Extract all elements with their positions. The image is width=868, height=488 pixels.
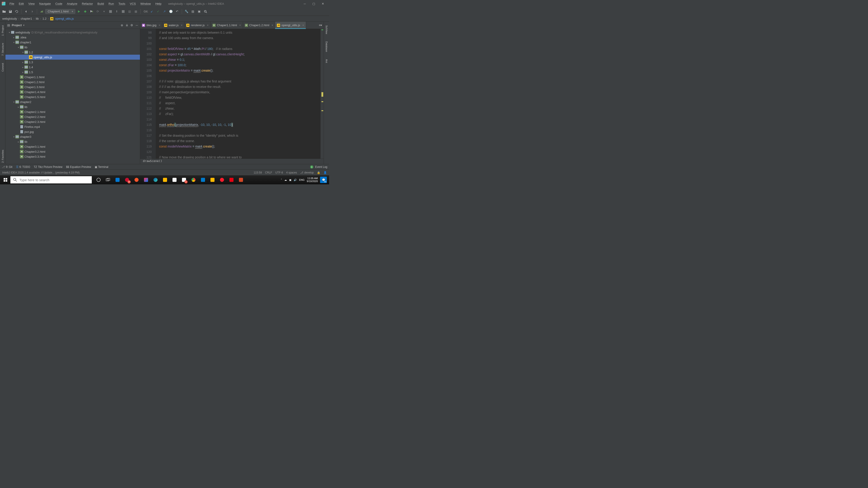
close-tab-icon[interactable]: × xyxy=(181,24,182,27)
app-opera[interactable] xyxy=(217,175,226,184)
tree-node-chapter3-3-html[interactable]: HChapter3.3.html xyxy=(5,154,140,159)
start-button[interactable] xyxy=(1,175,10,184)
minimize-button[interactable]: ─ xyxy=(300,0,309,7)
editor-breadcrumb[interactable]: drawScene() xyxy=(140,159,324,164)
tool-ant[interactable]: Ant xyxy=(325,58,329,64)
tab-chaper1-1-html[interactable]: HChaper1.1.html× xyxy=(211,22,243,29)
tree-node-1-5[interactable]: ▸1.5 xyxy=(5,70,140,74)
app-edge[interactable] xyxy=(151,175,160,184)
tab-renderer-js[interactable]: JSrenderer.js× xyxy=(184,22,211,29)
layout-icon[interactable]: ▥ xyxy=(127,9,132,14)
run-config-select[interactable]: Chapter4.1.html xyxy=(45,9,75,14)
tree-node-lib[interactable]: ▾lib xyxy=(5,45,140,50)
tool-database[interactable]: Database xyxy=(325,40,329,53)
app-notes[interactable] xyxy=(208,175,217,184)
tree-node-pvz-jpg[interactable]: pvz.jpg xyxy=(5,129,140,134)
app-explorer[interactable] xyxy=(160,175,169,184)
crumb-1-2[interactable]: 1.2 xyxy=(42,17,46,20)
tab-chaper1-2-html[interactable]: HChaper1.2.html× xyxy=(243,22,275,29)
tray-cloud-icon[interactable]: ☁ xyxy=(284,178,287,182)
tree-node-chapter3-2-html[interactable]: HChapter3.2.html xyxy=(5,149,140,154)
event-log[interactable]: 1Event Log xyxy=(310,165,327,168)
tool-git[interactable]: ⎇9: Git xyxy=(2,165,12,168)
gear-icon[interactable]: ⚙ xyxy=(130,24,133,27)
tree-node-lib[interactable]: ▸lib xyxy=(5,104,140,109)
menu-file[interactable]: File xyxy=(7,1,17,6)
menu-window[interactable]: Window xyxy=(138,1,153,6)
app-intellij[interactable] xyxy=(142,175,151,184)
editor-scrollbar[interactable] xyxy=(320,29,324,159)
attach-icon[interactable]: ▾ xyxy=(101,9,107,14)
menu-navigate[interactable]: Navigate xyxy=(37,1,53,6)
tree-node-1-2[interactable]: ▾1.2 xyxy=(5,50,140,55)
tree-node-webglstudy[interactable]: ▾webglstudyD:\EA\git_result\sandbox\vinc… xyxy=(5,30,140,35)
tray-chevron-icon[interactable]: ˄ xyxy=(281,178,282,182)
status-message[interactable]: IntelliJ IDEA 2020.1.4 available: // Upd… xyxy=(2,171,80,174)
search-everywhere-icon[interactable] xyxy=(203,9,208,14)
tree-node-chapter2-3-html[interactable]: HChapter2.3.html xyxy=(5,119,140,124)
coverage-icon[interactable] xyxy=(89,9,94,14)
tree-node-1-4[interactable]: ▸1.4 xyxy=(5,65,140,70)
close-button[interactable]: ✕ xyxy=(318,0,327,7)
tool-sciview[interactable]: SciView xyxy=(325,24,329,35)
project-view-icon[interactable]: ▤ xyxy=(7,24,10,27)
debug-icon[interactable] xyxy=(83,9,88,14)
tree-node-chaper1-2-html[interactable]: HChaper1.2.html xyxy=(5,79,140,85)
indent-setting[interactable]: 4 spaces xyxy=(286,171,297,174)
tree-node-chapter2[interactable]: ▾chapter2 xyxy=(5,99,140,104)
tree-node-chapter2-1-html[interactable]: HChapter2.1.html xyxy=(5,109,140,114)
run-icon[interactable] xyxy=(76,9,82,14)
tree-node-opengl-utils-js[interactable]: JSopengl_utils.js xyxy=(5,55,140,60)
app-store[interactable] xyxy=(170,175,179,184)
back-icon[interactable] xyxy=(23,9,29,14)
open-icon[interactable] xyxy=(1,9,7,14)
tree-node-chapter1[interactable]: ▾chapter1 xyxy=(5,40,140,45)
tool-todo[interactable]: ☰6: TODO xyxy=(16,165,30,168)
menu-code[interactable]: Code xyxy=(53,1,65,6)
tree-node-firefox-mp4[interactable]: Firefox.mp4 xyxy=(5,124,140,129)
crumb-chapter1[interactable]: chapter1 xyxy=(21,17,32,20)
app-youdao[interactable] xyxy=(227,175,236,184)
tree-node--idea[interactable]: ▸.idea xyxy=(5,35,140,40)
tool-favorites[interactable]: 2: Favorites xyxy=(1,149,4,164)
profile-icon[interactable]: ⟳ xyxy=(95,9,101,14)
tray-clock[interactable]: 11:05 AM 9/10/2020 xyxy=(307,177,318,183)
crumb-project[interactable]: webglstudy xyxy=(2,17,17,20)
tree-node-chapter1-4-html[interactable]: HChapter1.4.html xyxy=(5,90,140,94)
tree-node-chapter1-5-html[interactable]: HChapter1.5.html xyxy=(5,94,140,99)
tree-node-chapter3-1-html[interactable]: HChapter3.1.html xyxy=(5,144,140,149)
close-tab-icon[interactable]: × xyxy=(272,24,273,27)
maximize-button[interactable]: ▢ xyxy=(309,0,318,7)
tool-tikz[interactable]: TZTikz Picture Preview xyxy=(34,165,62,168)
tool-terminal[interactable]: ▣Terminal xyxy=(95,165,108,168)
lock-icon[interactable]: 🔒 xyxy=(317,171,320,174)
stop-icon[interactable] xyxy=(108,9,113,14)
select-opened-icon[interactable]: ⊕ xyxy=(120,24,124,27)
tree-node-1-3[interactable]: ▸1.3 xyxy=(5,60,140,65)
step-icon[interactable]: ⬇ xyxy=(114,9,120,14)
menu-run[interactable]: Run xyxy=(106,1,116,6)
app-powerpoint[interactable] xyxy=(237,175,246,184)
tool-equation[interactable]: $$Equation Preview xyxy=(66,165,91,168)
code-editor[interactable]: // and we only want to see objects betwe… xyxy=(156,29,320,159)
menu-vcs[interactable]: VCS xyxy=(127,1,138,6)
menu-help[interactable]: Help xyxy=(153,1,164,6)
line-gutter[interactable]: 9899100101102103104105106107108109110111… xyxy=(140,29,156,159)
hide-icon[interactable]: ─ xyxy=(135,24,138,27)
menu-view[interactable]: View xyxy=(26,1,37,6)
app-brave[interactable] xyxy=(132,175,141,184)
git-commit-icon[interactable]: ✓ xyxy=(156,9,161,14)
git-update-icon[interactable]: ↙ xyxy=(149,9,155,14)
menu-edit[interactable]: Edit xyxy=(17,1,26,6)
tool-commit[interactable]: Commit xyxy=(1,62,4,73)
file-encoding[interactable]: UTF-8 xyxy=(275,171,283,174)
save-icon[interactable] xyxy=(8,9,13,14)
tab-opengl-utils-js[interactable]: JSopengl_utils.js× xyxy=(275,22,306,29)
refresh-icon[interactable] xyxy=(14,9,20,14)
git-rollback-icon[interactable]: ↶ xyxy=(175,9,180,14)
git-push-icon[interactable]: ↗ xyxy=(162,9,167,14)
app-mail[interactable]: 5 xyxy=(180,175,188,184)
tree-node-chaper1-1-html[interactable]: HChaper1.1.html xyxy=(5,74,140,79)
menu-analyze[interactable]: Analyze xyxy=(65,1,80,6)
system-tray[interactable]: ˄ ☁ ▣ 🔊 ENG 11:05 AM 9/10/2020 💬54 xyxy=(281,177,328,183)
